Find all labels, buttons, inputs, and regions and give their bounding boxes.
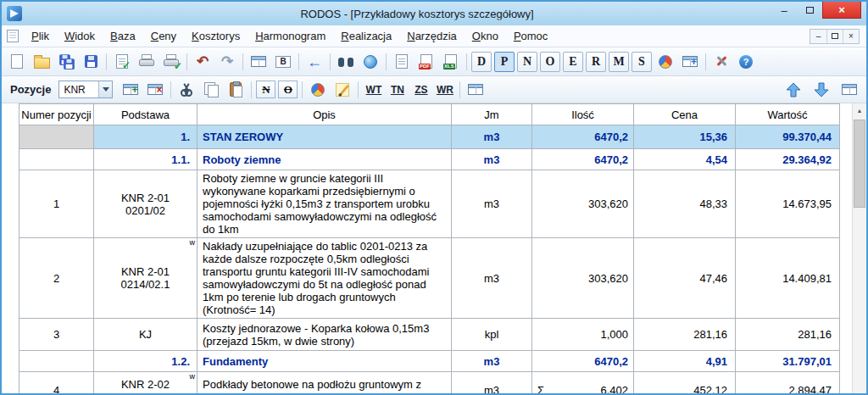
menu-item-narzedzia[interactable]: Narzędzia xyxy=(399,27,465,45)
table-row-group-1[interactable]: 1. STAN ZEROWY m3 6470,2 15,36 99.370,44 xyxy=(19,125,840,149)
grid-settings-button[interactable] xyxy=(837,79,861,101)
summary-table-button[interactable]: + xyxy=(678,51,702,73)
col-header-cena[interactable]: Cena xyxy=(634,104,736,125)
settings-button[interactable] xyxy=(709,51,733,73)
cell-numer[interactable] xyxy=(19,351,94,372)
app-icon[interactable] xyxy=(7,6,22,21)
letter-button-e[interactable]: E xyxy=(563,52,583,72)
move-up-button[interactable] xyxy=(782,79,805,101)
cell-ilosc[interactable]: 6470,2 xyxy=(532,149,634,170)
letter-button-m[interactable]: M xyxy=(609,52,629,72)
narzuty-button[interactable]: N xyxy=(256,81,275,98)
tn-button[interactable]: TN xyxy=(386,81,409,99)
report-button[interactable] xyxy=(390,51,414,73)
cell-numer[interactable] xyxy=(19,149,94,170)
export-xls-button[interactable]: XLS xyxy=(439,51,463,73)
verify-button[interactable]: ✓ xyxy=(110,51,134,73)
cell-wartosc[interactable]: 31.797,01 xyxy=(736,351,840,372)
cell-jm[interactable]: m3 xyxy=(452,238,532,319)
cell-podstawa[interactable]: KJ xyxy=(94,319,198,351)
copy-button[interactable] xyxy=(199,79,223,101)
col-header-wartosc[interactable]: Wartość xyxy=(736,104,840,125)
cell-wartosc[interactable]: 2.894,47 xyxy=(736,372,840,394)
col-header-opis[interactable]: Opis xyxy=(198,104,452,125)
cell-cena[interactable]: 15,36 xyxy=(634,125,736,149)
minimize-button[interactable]: – xyxy=(771,2,797,19)
menu-item-ceny[interactable]: Ceny xyxy=(143,27,184,45)
cell-podstawa[interactable]: KNR 2-02 1101/01.1w xyxy=(94,372,198,394)
cell-opis[interactable]: Roboty ziemne w gruncie kategorii III wy… xyxy=(198,170,452,238)
cell-wartosc[interactable]: 99.370,44 xyxy=(736,125,840,149)
menu-item-baza[interactable]: Baza xyxy=(103,27,143,45)
cell-opis[interactable]: Podkłady betonowe na podłożu gruntowym z… xyxy=(198,372,452,394)
table-row-group-1-1[interactable]: 1.1. Roboty ziemne m3 6470,2 4,54 29.364… xyxy=(19,149,840,170)
cell-jm[interactable]: kpl xyxy=(452,319,532,351)
child-window-icon[interactable] xyxy=(7,30,19,42)
cell-cena[interactable]: 4,91 xyxy=(634,351,736,372)
mdi-close-button[interactable]: × xyxy=(843,30,859,43)
cell-wartosc[interactable]: 29.364,92 xyxy=(736,149,840,170)
letter-button-n[interactable]: N xyxy=(517,52,537,72)
scrollbar-thumb[interactable] xyxy=(854,120,865,208)
cut-button[interactable] xyxy=(175,79,198,101)
col-header-jm[interactable]: Jm xyxy=(452,104,532,125)
cell-wartosc[interactable]: 14.409,81 xyxy=(736,238,840,319)
catalog-dropdown[interactable]: KNR xyxy=(58,81,113,98)
wr-button[interactable]: WR xyxy=(433,81,456,99)
mdi-minimize-button[interactable]: – xyxy=(810,30,826,43)
cell-jm[interactable]: m3 xyxy=(452,372,532,394)
save-button[interactable] xyxy=(79,51,103,73)
table-row-group-1-2[interactable]: 1.2. Fundamenty m3 6470,2 4,91 31.797,01 xyxy=(19,351,840,372)
cell-ilosc[interactable]: 303,620 xyxy=(532,170,634,238)
dropdown-arrow-button[interactable] xyxy=(98,81,112,97)
cell-cena[interactable]: 4,54 xyxy=(634,149,736,170)
pie-chart-button[interactable] xyxy=(654,51,677,73)
cell-wartosc[interactable]: 281,16 xyxy=(736,319,840,351)
paste-button[interactable] xyxy=(224,79,248,101)
letter-button-r[interactable]: R xyxy=(586,52,606,72)
col-header-podstawa[interactable]: Podstawa xyxy=(94,104,198,125)
table-row-item-1[interactable]: 1 KNR 2-01 0201/02 Roboty ziemne w grunc… xyxy=(19,170,840,238)
table-view-button[interactable] xyxy=(247,51,270,73)
menu-item-kosztorys[interactable]: Kosztorys xyxy=(184,27,248,45)
cell-podstawa[interactable]: KNR 2-01 0214/02.1w xyxy=(94,238,198,319)
letter-button-d[interactable]: D xyxy=(471,52,492,72)
cell-cena[interactable]: 452,12 xyxy=(634,372,736,394)
obmiar-button[interactable]: O xyxy=(278,81,298,98)
cell-opis[interactable]: Fundamenty xyxy=(198,351,452,372)
cell-jm[interactable]: m3 xyxy=(452,170,532,238)
menu-item-okno[interactable]: Okno xyxy=(465,27,506,45)
menu-item-pomoc[interactable]: Pomoc xyxy=(506,27,555,45)
cell-jm[interactable]: m3 xyxy=(452,125,532,149)
scroll-up-button[interactable]: ▲ xyxy=(853,103,866,118)
cell-numer[interactable] xyxy=(19,125,94,149)
cell-podstawa[interactable]: KNR 2-01 0201/02 xyxy=(94,170,198,238)
cell-cena[interactable]: 48,33 xyxy=(634,170,736,238)
menu-item-harmonogram[interactable]: Harmonogram xyxy=(248,27,333,45)
columns-layout-button[interactable] xyxy=(464,79,487,101)
table-row-item-3[interactable]: 3 KJ Koszty jednorazowe - Koparka kołowa… xyxy=(19,319,840,351)
cell-ilosc[interactable]: 1,000 xyxy=(532,319,634,351)
table-row-item-4[interactable]: 4 KNR 2-02 1101/01.1w Podkłady betonowe … xyxy=(19,372,840,394)
save-all-button[interactable] xyxy=(54,51,78,73)
delete-position-button[interactable]: × xyxy=(143,79,167,101)
letter-button-s[interactable]: S xyxy=(632,52,652,72)
zs-button[interactable]: ZS xyxy=(409,81,432,99)
cell-opis[interactable]: STAN ZEROWY xyxy=(198,125,452,149)
close-button[interactable]: × xyxy=(822,2,861,19)
search-button[interactable] xyxy=(334,51,358,73)
print-button[interactable] xyxy=(135,51,159,73)
menu-item-widok[interactable]: Widok xyxy=(57,27,103,45)
letter-button-o[interactable]: O xyxy=(540,52,560,72)
cell-ilosc[interactable]: 6470,2 xyxy=(532,351,634,372)
cell-jm[interactable]: m3 xyxy=(452,149,532,170)
new-document-button[interactable] xyxy=(5,51,29,73)
cell-ilosc[interactable]: 6470,2 xyxy=(532,125,634,149)
col-header-ilosc[interactable]: Ilość xyxy=(532,104,634,125)
wt-button[interactable]: WT xyxy=(362,81,385,99)
help-button[interactable]: ? xyxy=(734,51,758,73)
cell-cena[interactable]: 47,46 xyxy=(634,238,736,319)
maximize-button[interactable] xyxy=(797,2,822,19)
cell-podstawa[interactable]: 1.2. xyxy=(94,351,198,372)
table-row-item-2[interactable]: 2 KNR 2-01 0214/02.1w Nakłady uzupełniaj… xyxy=(19,238,840,319)
